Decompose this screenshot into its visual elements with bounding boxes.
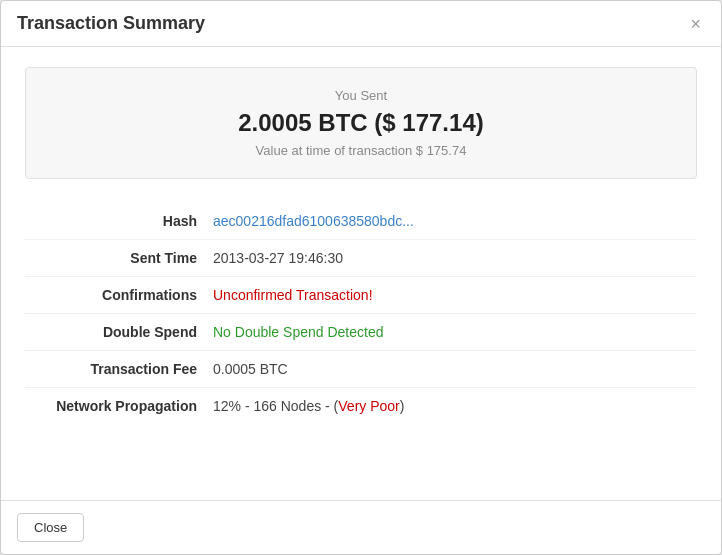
network-quality-label: Very Poor <box>338 398 399 414</box>
field-label-confirmations: Confirmations <box>25 277 205 314</box>
hash-link[interactable]: aec00216dfad6100638580bdc... <box>213 213 414 229</box>
field-label-sent-time: Sent Time <box>25 240 205 277</box>
field-value-transaction-fee: 0.0005 BTC <box>205 351 697 388</box>
summary-amount: 2.0005 BTC ($ 177.14) <box>46 109 676 137</box>
table-row: Sent Time 2013-03-27 19:46:30 <box>25 240 697 277</box>
summary-value: Value at time of transaction $ 175.74 <box>46 143 676 158</box>
summary-box: You Sent 2.0005 BTC ($ 177.14) Value at … <box>25 67 697 179</box>
table-row: Hash aec00216dfad6100638580bdc... <box>25 203 697 240</box>
field-value-hash: aec00216dfad6100638580bdc... <box>205 203 697 240</box>
dialog-footer: Close <box>1 500 721 554</box>
dialog-title: Transaction Summary <box>17 13 205 34</box>
close-x-button[interactable]: × <box>686 15 705 33</box>
field-value-double-spend: No Double Spend Detected <box>205 314 697 351</box>
close-button[interactable]: Close <box>17 513 84 542</box>
table-row: Transaction Fee 0.0005 BTC <box>25 351 697 388</box>
field-label-hash: Hash <box>25 203 205 240</box>
info-table: Hash aec00216dfad6100638580bdc... Sent T… <box>25 203 697 424</box>
field-value-network-propagation: 12% - 166 Nodes - (Very Poor) <box>205 388 697 425</box>
table-row: Network Propagation 12% - 166 Nodes - (V… <box>25 388 697 425</box>
field-value-sent-time: 2013-03-27 19:46:30 <box>205 240 697 277</box>
table-row: Double Spend No Double Spend Detected <box>25 314 697 351</box>
field-value-confirmations: Unconfirmed Transaction! <box>205 277 697 314</box>
summary-label: You Sent <box>46 88 676 103</box>
field-label-transaction-fee: Transaction Fee <box>25 351 205 388</box>
field-label-double-spend: Double Spend <box>25 314 205 351</box>
dialog-header: Transaction Summary × <box>1 1 721 47</box>
field-label-network-propagation: Network Propagation <box>25 388 205 425</box>
table-row: Confirmations Unconfirmed Transaction! <box>25 277 697 314</box>
transaction-summary-dialog: Transaction Summary × You Sent 2.0005 BT… <box>0 0 722 555</box>
dialog-body: You Sent 2.0005 BTC ($ 177.14) Value at … <box>1 47 721 500</box>
